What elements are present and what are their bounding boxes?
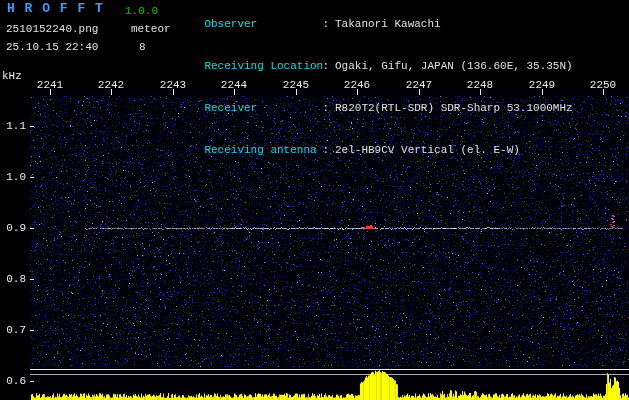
mode-label: meteor xyxy=(131,23,171,35)
info-row-observer: Observer:Takanori Kawachi xyxy=(178,3,573,45)
app-version: 1.0.0 xyxy=(125,5,158,17)
time-tick-label: 2245 xyxy=(283,79,309,91)
time-tick-label: 2243 xyxy=(160,79,186,91)
info-value: Takanori Kawachi xyxy=(335,18,441,30)
info-label: Receiving Location xyxy=(204,59,322,73)
freq-tick-label: 1.1 xyxy=(4,120,26,132)
info-separator: : xyxy=(322,102,329,114)
time-tick-label: 2241 xyxy=(37,79,63,91)
filename: 2510152240.png xyxy=(6,23,98,35)
echo-count: 8 xyxy=(139,41,146,53)
info-value: Ogaki, Gifu, JAPAN (136.60E, 35.35N) xyxy=(335,60,573,72)
info-value: 2el-HB9CV Vertical (el. E-W) xyxy=(335,144,520,156)
freq-tick-label: 0.7 xyxy=(4,324,26,336)
info-row-receiver: Receiver:R820T2(RTL-SDR) SDR-Sharp 53.10… xyxy=(178,87,573,129)
info-separator: : xyxy=(322,144,329,156)
time-tick-label: 2242 xyxy=(98,79,124,91)
info-separator: : xyxy=(322,60,329,72)
freq-tick-label: 0.6 xyxy=(4,375,26,387)
time-tick-label: 2244 xyxy=(221,79,247,91)
freq-tick-label: 0.9 xyxy=(4,222,26,234)
time-tick-label: 2247 xyxy=(406,79,432,91)
hrofft-screen: { "header": { "app_title": "H R O F F T"… xyxy=(0,0,629,400)
info-value: R820T2(RTL-SDR) SDR-Sharp 53.1000MHz xyxy=(335,102,573,114)
time-tick-label: 2250 xyxy=(590,79,616,91)
time-tick-label: 2246 xyxy=(344,79,370,91)
info-row-antenna: Receiving antenna:2el-HB9CV Vertical (el… xyxy=(178,129,573,171)
time-tick-label: 2248 xyxy=(467,79,493,91)
info-label: Receiving antenna xyxy=(204,143,322,157)
info-label: Observer xyxy=(204,17,322,31)
freq-unit-label: kHz xyxy=(2,70,22,82)
time-tick-label: 2249 xyxy=(529,79,555,91)
info-label: Receiver xyxy=(204,101,322,115)
info-separator: : xyxy=(322,18,329,30)
freq-tick-label: 1.0 xyxy=(4,171,26,183)
datetime: 25.10.15 22:40 xyxy=(6,41,98,53)
freq-tick-label: 0.8 xyxy=(4,273,26,285)
app-title: H R O F F T xyxy=(7,3,104,15)
